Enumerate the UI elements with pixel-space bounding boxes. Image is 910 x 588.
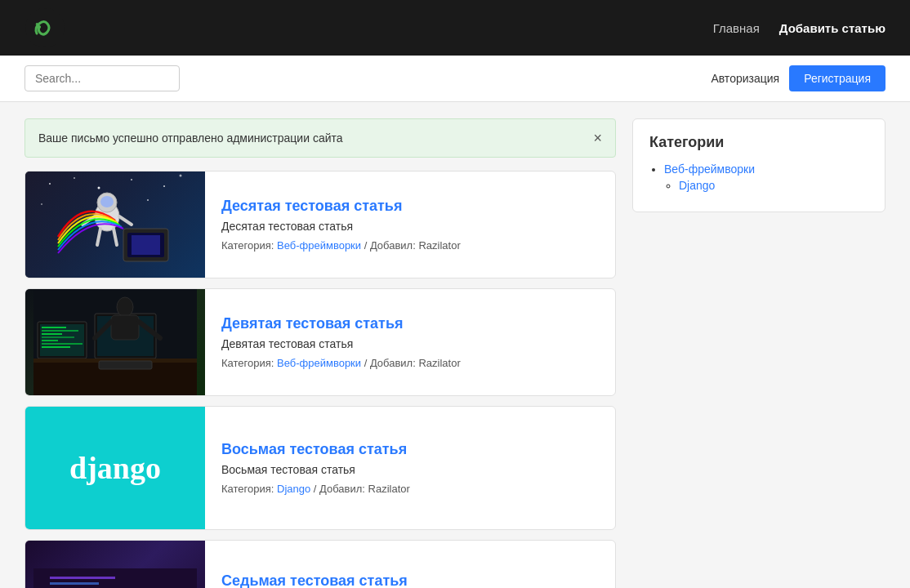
nav-add-article-link[interactable]: Добавить статью	[779, 21, 885, 35]
categories-title: Категории	[649, 134, 868, 151]
article-card: Седьмая тестовая статья Седьмая тестовая…	[25, 540, 616, 588]
content-area: Ваше письмо успешно отправлено администр…	[25, 118, 616, 588]
subcategory-list: Django	[664, 179, 868, 192]
alert-success: Ваше письмо успешно отправлено администр…	[25, 118, 616, 158]
svg-rect-43	[99, 361, 152, 369]
search-input[interactable]	[25, 65, 180, 91]
alert-close-button[interactable]: ×	[593, 131, 602, 145]
article-body: Седьмая тестовая статья Седьмая тестовая…	[205, 541, 424, 588]
logo-area	[25, 7, 65, 48]
article-category-link-9[interactable]: Веб-фреймворки	[277, 357, 361, 369]
svg-point-7	[131, 179, 132, 180]
svg-point-8	[163, 185, 165, 187]
auth-buttons: Авторизация Регистрация	[711, 65, 885, 91]
register-button[interactable]: Регистрация	[789, 65, 885, 91]
svg-point-4	[49, 183, 51, 185]
svg-line-22	[114, 229, 117, 245]
alert-message: Ваше письмо успешно отправлено администр…	[38, 131, 343, 145]
svg-point-18	[100, 196, 114, 207]
svg-point-6	[98, 187, 100, 189]
sidebar: Категории Веб-фреймворки Django	[632, 118, 885, 588]
article-card: Девятая тестовая статья Девятая тестовая…	[25, 288, 616, 396]
article-excerpt-9: Девятая тестовая статья	[221, 337, 461, 350]
svg-rect-48	[50, 582, 99, 585]
svg-rect-32	[42, 343, 83, 345]
svg-rect-31	[42, 340, 58, 341]
article-meta-9: Категория: Веб-фреймворки / Добавил: Raz…	[221, 357, 461, 369]
svg-rect-30	[42, 336, 74, 338]
logo-icon	[25, 7, 65, 48]
article-meta-8: Категория: Django / Добавил: Razilator	[221, 483, 410, 495]
article-title-8[interactable]: Восьмая тестовая статья	[221, 441, 410, 458]
svg-text:django: django	[69, 451, 161, 485]
nav-links: Главная Добавить статью	[713, 21, 885, 35]
article-image-hacker	[25, 289, 205, 395]
svg-rect-28	[42, 330, 78, 332]
svg-point-10	[41, 203, 42, 205]
svg-rect-38	[111, 315, 139, 340]
svg-rect-27	[42, 327, 66, 328]
article-category-link-10[interactable]: Веб-фреймворки	[277, 239, 361, 252]
article-title-7[interactable]: Седьмая тестовая статья	[221, 572, 408, 589]
main-container: Ваше письмо успешно отправлено администр…	[0, 102, 910, 588]
subcategory-link-django[interactable]: Django	[679, 179, 715, 192]
article-title-9[interactable]: Девятая тестовая статья	[221, 315, 461, 332]
article-excerpt-8: Восьмая тестовая статья	[221, 463, 410, 476]
article-body: Девятая тестовая статья Девятая тестовая…	[205, 289, 477, 395]
article-body: Восьмая тестовая статья Восьмая тестовая…	[205, 407, 426, 529]
article-excerpt-10: Десятая тестовая статья	[221, 220, 461, 233]
category-item: Веб-фреймворки Django	[664, 163, 868, 192]
article-image-dark	[25, 541, 205, 588]
article-image-space	[25, 172, 205, 278]
svg-rect-33	[42, 346, 70, 348]
svg-point-9	[180, 175, 182, 177]
article-category-link-8[interactable]: Django	[277, 483, 310, 495]
article-title-10[interactable]: Десятая тестовая статья	[221, 198, 461, 215]
search-bar-container: Авторизация Регистрация	[0, 56, 910, 102]
login-button[interactable]: Авторизация	[711, 72, 779, 85]
category-list: Веб-фреймворки Django	[649, 163, 868, 192]
article-card: Десятая тестовая статья Десятая тестовая…	[25, 171, 616, 278]
svg-rect-47	[50, 577, 115, 579]
svg-line-3	[37, 23, 38, 25]
svg-point-5	[74, 177, 75, 179]
svg-line-21	[97, 229, 100, 245]
sidebar-box: Категории Веб-фреймворки Django	[632, 118, 885, 212]
svg-rect-15	[132, 235, 160, 255]
nav-main-link[interactable]: Главная	[713, 21, 760, 35]
article-image-django: django	[25, 407, 205, 529]
svg-rect-29	[42, 333, 62, 335]
article-card: django Восьмая тестовая статья Восьмая т…	[25, 406, 616, 530]
subcategory-item: Django	[679, 179, 868, 192]
svg-point-0	[25, 8, 65, 47]
svg-point-1	[38, 25, 41, 29]
svg-point-37	[117, 297, 133, 317]
svg-line-20	[119, 216, 132, 225]
article-body: Десятая тестовая статья Десятая тестовая…	[205, 172, 477, 278]
article-meta-10: Категория: Веб-фреймворки / Добавил: Raz…	[221, 239, 461, 252]
header: Главная Добавить статью	[0, 0, 910, 56]
svg-point-11	[147, 199, 149, 201]
category-link-web[interactable]: Веб-фреймворки	[664, 163, 755, 176]
